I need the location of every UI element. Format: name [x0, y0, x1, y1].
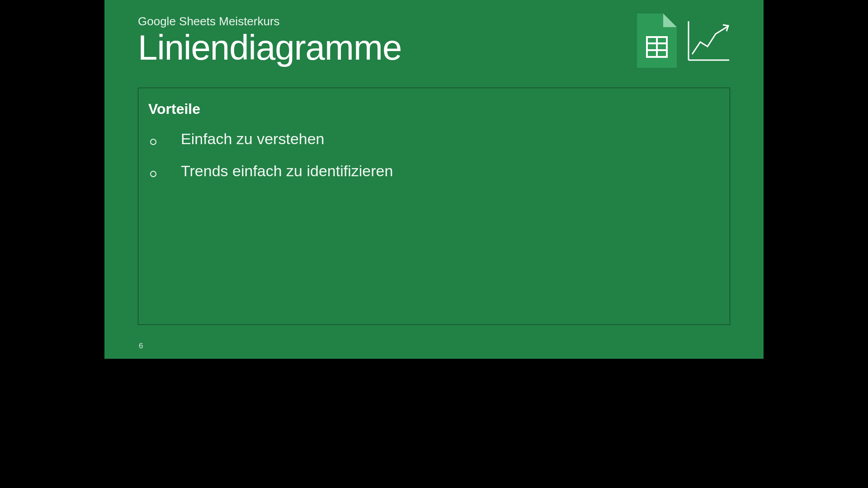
header-area: Google Sheets Meisterkurs Liniendiagramm… [138, 14, 401, 66]
content-box-title: Vorteile [148, 101, 720, 117]
circle-bullet-icon [150, 171, 156, 177]
list-item: Einfach zu verstehen [148, 130, 720, 148]
bullet-text: Einfach zu verstehen [181, 130, 325, 148]
line-chart-icon [688, 20, 730, 61]
icons-area [637, 14, 730, 68]
circle-bullet-icon [150, 139, 156, 145]
bullet-text: Trends einfach zu identifizieren [181, 162, 393, 180]
bullet-list: Einfach zu verstehen Trends einfach zu i… [148, 130, 720, 180]
slide: Google Sheets Meisterkurs Liniendiagramm… [104, 0, 764, 359]
page-number: 6 [139, 342, 143, 351]
content-box: Vorteile Einfach zu verstehen Trends ein… [138, 88, 730, 325]
slide-title: Liniendiagramme [138, 29, 401, 66]
slide-subtitle: Google Sheets Meisterkurs [138, 14, 401, 28]
google-sheets-icon [637, 14, 677, 68]
list-item: Trends einfach zu identifizieren [148, 162, 720, 180]
